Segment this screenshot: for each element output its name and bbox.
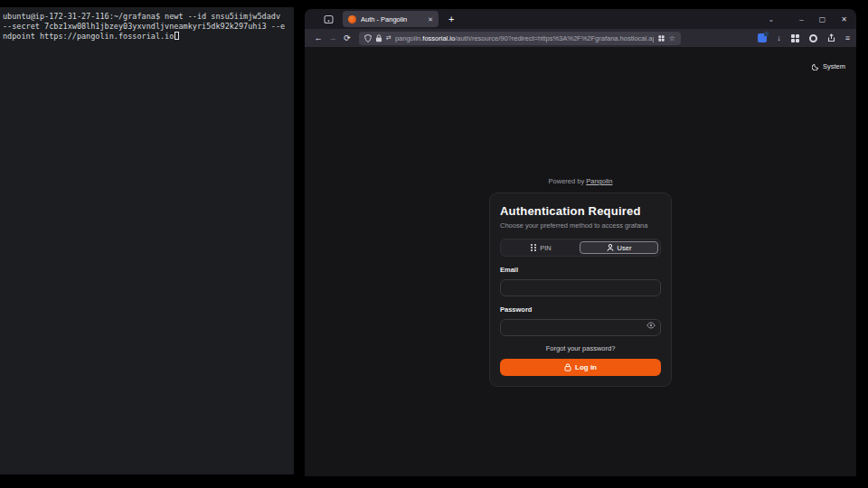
- email-input-wrap: [500, 277, 661, 296]
- tracking-protection-shield-icon[interactable]: [364, 34, 372, 42]
- theme-toggle[interactable]: System: [812, 62, 845, 70]
- circle-extension-icon[interactable]: [809, 34, 817, 42]
- forgot-password-link[interactable]: Forgot your password?: [500, 344, 661, 352]
- theme-toggle-label: System: [823, 62, 845, 70]
- auth-card-title: Authentication Required: [500, 204, 661, 218]
- password-label: Password: [500, 305, 661, 314]
- reload-button[interactable]: ⟳: [340, 33, 354, 42]
- back-button[interactable]: ←: [311, 33, 326, 42]
- login-button[interactable]: Log in: [500, 359, 661, 376]
- blue-extension-icon[interactable]: [758, 33, 767, 42]
- browser-toolbar: ← → ⟳ ⇄ pangolin.fossorial.io/auth/resou…: [305, 29, 856, 47]
- terminal-window[interactable]: ubuntu@ip-172-31-27-116:~/grafana$ newt …: [0, 7, 294, 474]
- new-tab-button[interactable]: +: [448, 14, 454, 24]
- permissions-swap-icon[interactable]: ⇄: [386, 34, 392, 42]
- email-label: Email: [500, 266, 661, 274]
- forward-button[interactable]: →: [326, 33, 340, 42]
- share-icon[interactable]: [827, 33, 835, 42]
- page-action-grid-icon[interactable]: [658, 35, 664, 41]
- window-controls: – ▢ ✕: [799, 15, 847, 23]
- tab-title: Auth - Pangolin: [361, 15, 423, 23]
- email-field[interactable]: [500, 279, 661, 296]
- url-text: pangolin.fossorial.io/auth/resource/90?r…: [395, 34, 654, 42]
- list-all-tabs-icon[interactable]: ⌄: [769, 15, 775, 23]
- firefox-view-icon[interactable]: [323, 14, 335, 25]
- auth-page: System Powered by Pangolin Authenticatio…: [305, 47, 856, 476]
- auth-method-tabs: PIN User: [500, 239, 661, 257]
- browser-window: Auth - Pangolin ✕ + ⌄ – ▢ ✕ ← → ⟳ ⇄ pang…: [305, 9, 856, 476]
- password-field[interactable]: [500, 319, 661, 336]
- bookmark-star-icon[interactable]: ☆: [669, 34, 675, 42]
- menu-hamburger-icon[interactable]: ≡: [845, 34, 850, 42]
- tab-close-icon[interactable]: ✕: [428, 16, 433, 23]
- tab-pin-label: PIN: [540, 244, 552, 252]
- auth-container: Powered by Pangolin Authentication Requi…: [489, 177, 672, 387]
- auth-card: Authentication Required Choose your pref…: [489, 192, 672, 387]
- terminal-line: ubuntu@ip-172-31-27-116:~/grafana$ newt …: [3, 12, 291, 22]
- terminal-line: --secret 7cbz1xw08lh1jbzey03yxvndljvneam…: [3, 22, 291, 32]
- downloads-icon[interactable]: ↓: [777, 34, 781, 42]
- url-path: /auth/resource/90?redirect=https%3A%2F%2…: [455, 34, 654, 42]
- tab-user-label: User: [618, 244, 632, 252]
- url-subdomain: pangolin.: [395, 34, 422, 42]
- pin-keypad-icon: [531, 244, 536, 251]
- moon-icon: [812, 63, 819, 70]
- url-domain: fossorial.io: [422, 34, 455, 42]
- powered-by-text: Powered by: [549, 177, 585, 185]
- user-icon: [607, 244, 614, 251]
- pangolin-link[interactable]: Pangolin: [586, 177, 612, 185]
- auth-card-subtitle: Choose your preferred method to access g…: [500, 221, 661, 230]
- browser-tab-bar: Auth - Pangolin ✕ + ⌄ – ▢ ✕: [305, 9, 856, 29]
- tab-user[interactable]: User: [580, 241, 658, 254]
- show-password-eye-icon[interactable]: [646, 322, 656, 329]
- toolbar-extension-icons: ↓ ≡: [758, 33, 850, 42]
- terminal-cursor: [175, 32, 179, 40]
- pangolin-favicon-icon: [348, 15, 356, 23]
- https-lock-icon[interactable]: [375, 34, 382, 42]
- powered-by: Powered by Pangolin: [489, 177, 672, 185]
- password-input-wrap: [500, 317, 661, 336]
- tab-pin[interactable]: PIN: [503, 241, 580, 254]
- extension-badge: [764, 32, 769, 36]
- terminal-line-text: ndpoint https://pangolin.fossorial.io: [3, 32, 174, 41]
- login-lock-icon: [564, 363, 571, 371]
- terminal-line: ndpoint https://pangolin.fossorial.io: [3, 32, 291, 42]
- maximize-button[interactable]: ▢: [819, 15, 826, 23]
- close-window-button[interactable]: ✕: [841, 15, 847, 23]
- url-bar[interactable]: ⇄ pangolin.fossorial.io/auth/resource/90…: [359, 32, 681, 45]
- apps-grid-icon[interactable]: [791, 34, 799, 42]
- minimize-button[interactable]: –: [799, 15, 803, 23]
- browser-tab-auth-pangolin[interactable]: Auth - Pangolin ✕: [343, 11, 439, 27]
- login-button-label: Log in: [575, 363, 597, 371]
